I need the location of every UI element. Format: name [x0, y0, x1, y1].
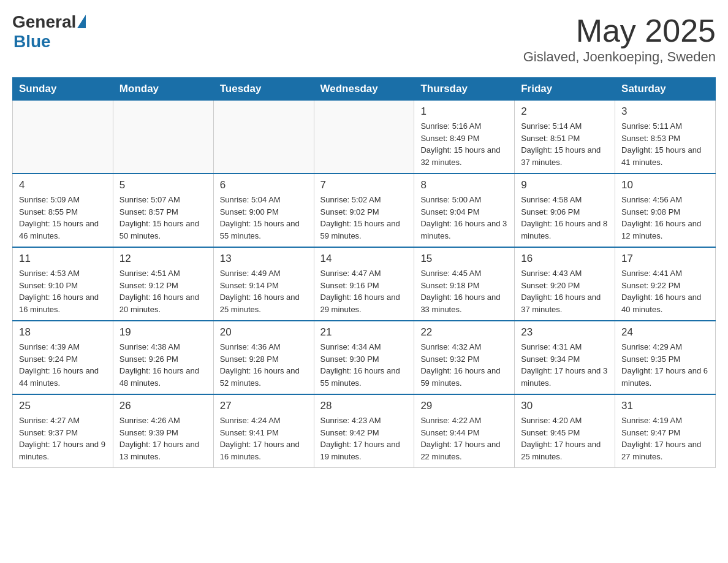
calendar-cell: 22Sunrise: 4:32 AM Sunset: 9:32 PM Dayli…: [414, 321, 515, 394]
logo-triangle-icon: [77, 15, 86, 28]
day-number: 21: [320, 326, 408, 339]
day-number: 17: [621, 253, 709, 265]
calendar-cell: 15Sunrise: 4:45 AM Sunset: 9:18 PM Dayli…: [414, 247, 515, 321]
day-info: Sunrise: 4:39 AM Sunset: 9:24 PM Dayligh…: [19, 341, 107, 389]
day-info: Sunrise: 4:56 AM Sunset: 9:08 PM Dayligh…: [621, 194, 709, 242]
calendar-cell: 20Sunrise: 4:36 AM Sunset: 9:28 PM Dayli…: [213, 321, 314, 394]
calendar-cell: 2Sunrise: 5:14 AM Sunset: 8:51 PM Daylig…: [515, 101, 615, 174]
day-info: Sunrise: 5:02 AM Sunset: 9:02 PM Dayligh…: [320, 194, 408, 242]
day-info: Sunrise: 5:00 AM Sunset: 9:04 PM Dayligh…: [420, 194, 508, 242]
day-number: 10: [621, 179, 709, 191]
day-number: 8: [420, 179, 508, 191]
day-number: 1: [420, 105, 508, 118]
calendar-cell: [113, 101, 213, 174]
calendar-cell: 13Sunrise: 4:49 AM Sunset: 9:14 PM Dayli…: [213, 247, 314, 321]
day-number: 4: [19, 179, 107, 191]
day-header-tuesday: Tuesday: [213, 78, 314, 101]
calendar-cell: 25Sunrise: 4:27 AM Sunset: 9:37 PM Dayli…: [13, 394, 113, 468]
day-info: Sunrise: 4:41 AM Sunset: 9:22 PM Dayligh…: [621, 267, 709, 315]
day-info: Sunrise: 4:22 AM Sunset: 9:44 PM Dayligh…: [420, 415, 508, 462]
calendar-cell: 29Sunrise: 4:22 AM Sunset: 9:44 PM Dayli…: [414, 394, 515, 468]
calendar-cell: 31Sunrise: 4:19 AM Sunset: 9:47 PM Dayli…: [615, 394, 716, 468]
day-info: Sunrise: 4:36 AM Sunset: 9:28 PM Dayligh…: [220, 341, 308, 389]
calendar-cell: 28Sunrise: 4:23 AM Sunset: 9:42 PM Dayli…: [314, 394, 414, 468]
header-row: SundayMondayTuesdayWednesdayThursdayFrid…: [13, 78, 716, 101]
title-section: May 2025 Gislaved, Joenkoeping, Sweden: [523, 12, 716, 65]
calendar-week-5: 25Sunrise: 4:27 AM Sunset: 9:37 PM Dayli…: [13, 394, 716, 468]
day-number: 28: [320, 400, 408, 412]
calendar-cell: 10Sunrise: 4:56 AM Sunset: 9:08 PM Dayli…: [615, 174, 716, 247]
day-info: Sunrise: 4:49 AM Sunset: 9:14 PM Dayligh…: [220, 267, 308, 315]
day-info: Sunrise: 5:16 AM Sunset: 8:49 PM Dayligh…: [420, 120, 508, 168]
day-number: 13: [220, 253, 308, 265]
day-info: Sunrise: 4:29 AM Sunset: 9:35 PM Dayligh…: [621, 341, 709, 389]
calendar-cell: 30Sunrise: 4:20 AM Sunset: 9:45 PM Dayli…: [515, 394, 615, 468]
day-number: 29: [420, 400, 508, 412]
day-number: 30: [521, 400, 609, 412]
calendar-cell: 7Sunrise: 5:02 AM Sunset: 9:02 PM Daylig…: [314, 174, 414, 247]
calendar-cell: 16Sunrise: 4:43 AM Sunset: 9:20 PM Dayli…: [515, 247, 615, 321]
day-header-saturday: Saturday: [615, 78, 716, 101]
calendar-week-1: 1Sunrise: 5:16 AM Sunset: 8:49 PM Daylig…: [13, 101, 716, 174]
page-header: General Blue May 2025 Gislaved, Joenkoep…: [12, 12, 716, 65]
day-info: Sunrise: 5:04 AM Sunset: 9:00 PM Dayligh…: [220, 194, 308, 242]
calendar-cell: [13, 101, 113, 174]
calendar-cell: 12Sunrise: 4:51 AM Sunset: 9:12 PM Dayli…: [113, 247, 213, 321]
day-info: Sunrise: 5:11 AM Sunset: 8:53 PM Dayligh…: [621, 120, 709, 168]
month-title: May 2025: [523, 12, 716, 49]
day-info: Sunrise: 4:58 AM Sunset: 9:06 PM Dayligh…: [521, 194, 609, 242]
day-number: 19: [119, 326, 207, 339]
calendar-cell: 3Sunrise: 5:11 AM Sunset: 8:53 PM Daylig…: [615, 101, 716, 174]
day-number: 6: [220, 179, 308, 191]
calendar-week-3: 11Sunrise: 4:53 AM Sunset: 9:10 PM Dayli…: [13, 247, 716, 321]
day-info: Sunrise: 4:20 AM Sunset: 9:45 PM Dayligh…: [521, 415, 609, 462]
day-info: Sunrise: 4:34 AM Sunset: 9:30 PM Dayligh…: [320, 341, 408, 389]
day-info: Sunrise: 4:47 AM Sunset: 9:16 PM Dayligh…: [320, 267, 408, 315]
calendar-cell: 8Sunrise: 5:00 AM Sunset: 9:04 PM Daylig…: [414, 174, 515, 247]
day-info: Sunrise: 5:14 AM Sunset: 8:51 PM Dayligh…: [521, 120, 609, 168]
day-header-wednesday: Wednesday: [314, 78, 414, 101]
day-header-monday: Monday: [113, 78, 213, 101]
day-info: Sunrise: 4:31 AM Sunset: 9:34 PM Dayligh…: [521, 341, 609, 389]
location-title: Gislaved, Joenkoeping, Sweden: [523, 49, 716, 65]
day-number: 5: [119, 179, 207, 191]
calendar-cell: 6Sunrise: 5:04 AM Sunset: 9:00 PM Daylig…: [213, 174, 314, 247]
day-number: 31: [621, 400, 709, 412]
day-info: Sunrise: 4:23 AM Sunset: 9:42 PM Dayligh…: [320, 415, 408, 462]
day-info: Sunrise: 4:38 AM Sunset: 9:26 PM Dayligh…: [119, 341, 207, 389]
day-number: 27: [220, 400, 308, 412]
calendar-cell: [314, 101, 414, 174]
calendar-cell: 27Sunrise: 4:24 AM Sunset: 9:41 PM Dayli…: [213, 394, 314, 468]
calendar-cell: 14Sunrise: 4:47 AM Sunset: 9:16 PM Dayli…: [314, 247, 414, 321]
day-info: Sunrise: 4:43 AM Sunset: 9:20 PM Dayligh…: [521, 267, 609, 315]
day-number: 22: [420, 326, 508, 339]
day-number: 16: [521, 253, 609, 265]
calendar-cell: 11Sunrise: 4:53 AM Sunset: 9:10 PM Dayli…: [13, 247, 113, 321]
day-number: 24: [621, 326, 709, 339]
calendar-cell: [213, 101, 314, 174]
day-number: 23: [521, 326, 609, 339]
calendar-cell: 4Sunrise: 5:09 AM Sunset: 8:55 PM Daylig…: [13, 174, 113, 247]
day-header-thursday: Thursday: [414, 78, 515, 101]
day-info: Sunrise: 4:45 AM Sunset: 9:18 PM Dayligh…: [420, 267, 508, 315]
day-number: 7: [320, 179, 408, 191]
day-number: 14: [320, 253, 408, 265]
day-number: 2: [521, 105, 609, 118]
day-info: Sunrise: 5:07 AM Sunset: 8:57 PM Dayligh…: [119, 194, 207, 242]
day-number: 26: [119, 400, 207, 412]
logo: General Blue: [12, 12, 86, 52]
day-info: Sunrise: 4:26 AM Sunset: 9:39 PM Dayligh…: [119, 415, 207, 462]
calendar-cell: 9Sunrise: 4:58 AM Sunset: 9:06 PM Daylig…: [515, 174, 615, 247]
day-header-sunday: Sunday: [13, 78, 113, 101]
day-info: Sunrise: 4:53 AM Sunset: 9:10 PM Dayligh…: [19, 267, 107, 315]
calendar-cell: 21Sunrise: 4:34 AM Sunset: 9:30 PM Dayli…: [314, 321, 414, 394]
day-info: Sunrise: 4:32 AM Sunset: 9:32 PM Dayligh…: [420, 341, 508, 389]
day-number: 3: [621, 105, 709, 118]
day-number: 12: [119, 253, 207, 265]
calendar-cell: 17Sunrise: 4:41 AM Sunset: 9:22 PM Dayli…: [615, 247, 716, 321]
day-info: Sunrise: 4:24 AM Sunset: 9:41 PM Dayligh…: [220, 415, 308, 462]
calendar-cell: 24Sunrise: 4:29 AM Sunset: 9:35 PM Dayli…: [615, 321, 716, 394]
calendar-week-2: 4Sunrise: 5:09 AM Sunset: 8:55 PM Daylig…: [13, 174, 716, 247]
calendar-cell: 1Sunrise: 5:16 AM Sunset: 8:49 PM Daylig…: [414, 101, 515, 174]
logo-general-text: General: [12, 12, 76, 32]
